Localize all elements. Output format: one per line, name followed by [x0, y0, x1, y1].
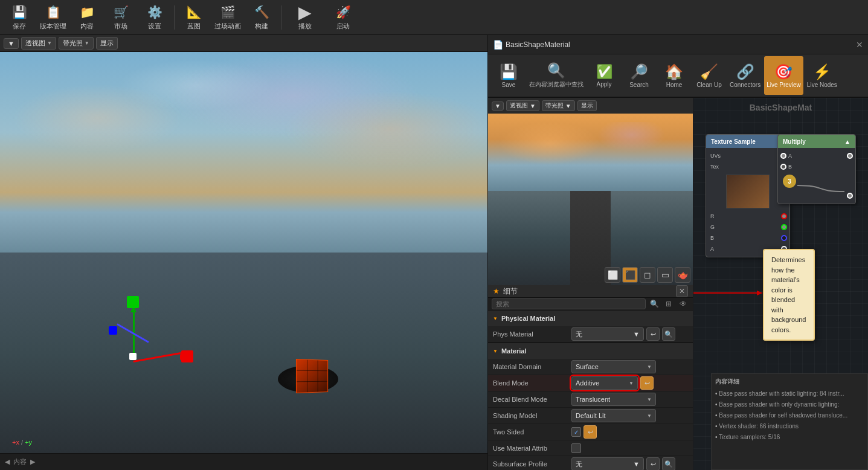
mat-apply-btn[interactable]: ✅ Apply [587, 56, 621, 95]
left-viewport-panel: ▼ 透视图 ▼ 带光照 ▼ 显示 [0, 35, 488, 470]
blend-mode-reset-btn[interactable]: ↩ [640, 376, 654, 390]
toolbar-version-label: 版本管理 [40, 22, 66, 31]
g-out-pin[interactable] [781, 224, 787, 230]
use-material-attrib-label: Use Material Attrib [493, 445, 571, 452]
mat-cleanup-btn[interactable]: 🧹 Clean Up [692, 56, 726, 95]
material-domain-text: Surface [576, 363, 599, 370]
mini-ctrl-2[interactable]: ⬛ [622, 267, 638, 283]
details-eye-icon-btn[interactable]: 👁 [677, 298, 689, 310]
toolbar-build-label: 构建 [255, 22, 268, 31]
details-grid-icon-btn[interactable]: ⊞ [663, 298, 675, 310]
toolbar-cinematic-btn[interactable]: 🎬 过场动画 [211, 2, 245, 33]
material-node-graph[interactable]: BasicShapeMat Texture Sample ▲ UVs [693, 98, 868, 470]
use-material-attrib-checkbox[interactable] [571, 443, 581, 453]
mini-display-btn[interactable]: 显示 [577, 100, 597, 111]
details-search-icon-btn[interactable]: 🔍 [648, 298, 660, 310]
blend-mode-dropdown[interactable]: Additive ▼ [571, 376, 638, 390]
mini-ctrl-1[interactable]: ⬜ [605, 267, 620, 283]
toolbar-save-btn[interactable]: 💾 保存 [2, 2, 36, 33]
mini-ctrl-3[interactable]: ◻ [640, 267, 655, 283]
toolbar-content-btn[interactable]: 📁 内容 [70, 2, 104, 33]
gizmo-handle-green [127, 296, 139, 308]
toolbar-settings-btn[interactable]: ⚙️ 设置 [138, 2, 172, 33]
phys-material-search-btn[interactable]: 🔍 [662, 327, 675, 341]
r-out-pin[interactable] [781, 213, 787, 219]
toolbar-launch-btn[interactable]: 🚀 启动 [326, 2, 360, 33]
main-viewport[interactable]: +x / +y [0, 52, 487, 453]
mini-ctrl-4[interactable]: ▭ [657, 267, 673, 283]
mini-cloud-layer [488, 122, 693, 165]
toolbar-content-label: 内容 [80, 22, 94, 31]
info-item-2: • Base pass shader with only dynamic lig… [715, 399, 864, 410]
multiply-body: A B 3 [778, 148, 855, 204]
subsurface-search-btn[interactable]: 🔍 [662, 457, 675, 470]
mat-save-icon: 💾 [500, 63, 518, 80]
mini-lighting-btn[interactable]: 带光照 ▼ [542, 100, 575, 111]
details-icon: ★ [493, 287, 500, 295]
version-icon: 📋 [43, 4, 63, 21]
material-tab-title: BasicShapeMaterial [506, 40, 570, 49]
info-item-5: • Texture samplers: 5/16 [715, 432, 864, 443]
mat-live-nodes-btn[interactable]: ⚡ Live Nodes [805, 56, 840, 95]
multiply-value-badge[interactable]: 3 [783, 175, 796, 188]
multiply-out-pin[interactable] [847, 193, 853, 199]
material-tab-bar: 📄 BasicShapeMaterial ✕ [488, 35, 868, 54]
bottom-forward-btn[interactable]: ▶ [30, 458, 35, 466]
subsurface-profile-value: 无 ▼ ↩ 🔍 [571, 457, 688, 470]
physical-material-header[interactable]: ▼ Physical Material [488, 311, 693, 326]
mini-ctrl-5[interactable]: 🫖 [675, 267, 690, 283]
toolbar-version-btn[interactable]: 📋 版本管理 [36, 2, 70, 33]
pin-row-r: R [706, 211, 789, 222]
multiply-b-in-pin[interactable] [780, 164, 786, 170]
material-domain-dropdown[interactable]: Surface ▼ [571, 360, 656, 373]
details-close-btn[interactable]: ✕ [676, 285, 688, 297]
mat-search-btn[interactable]: 🔎 Search [622, 56, 656, 95]
multiply-node[interactable]: Multiply ▲ A B [777, 134, 856, 204]
multiply-a-out-pin[interactable] [847, 153, 853, 159]
mini-vp-dropdown[interactable]: ▼ [492, 101, 504, 111]
mini-perspective-btn[interactable]: 透视图 ▼ [506, 100, 539, 111]
two-sided-checkbox[interactable] [571, 427, 581, 437]
mat-live-preview-btn[interactable]: 🎯 Live Preview [764, 56, 803, 95]
launch-icon: 🚀 [333, 4, 353, 21]
mat-apply-label: Apply [596, 81, 611, 88]
subsurface-reset-btn[interactable]: ↩ [646, 457, 660, 470]
mat-connectors-btn[interactable]: 🔗 Connectors [727, 56, 763, 95]
toolbar-save-label: 保存 [13, 22, 26, 31]
bottom-back-btn[interactable]: ◀ [5, 458, 10, 466]
toolbar-market-btn[interactable]: 🛒 市场 [104, 2, 138, 33]
lighting-label: 带光照 [63, 39, 83, 48]
decal-blend-mode-dropdown[interactable]: Translucent ▼ [571, 393, 656, 406]
toolbar-play-btn[interactable]: ▶ 播放 [284, 2, 326, 33]
mini-perspective-chevron: ▼ [530, 103, 536, 109]
toolbar-build-btn[interactable]: 🔨 构建 [245, 2, 278, 33]
perspective-btn[interactable]: 透视图 ▼ [21, 37, 56, 50]
shading-model-text: Default Lit [576, 412, 606, 419]
material-section-header[interactable]: ▼ Material [488, 343, 693, 359]
toolbar-blueprint-label: 蓝图 [187, 22, 201, 31]
display-btn[interactable]: 显示 [96, 37, 118, 50]
mat-home-btn[interactable]: 🏠 Home [657, 56, 691, 95]
multiply-a-in-pin[interactable] [780, 153, 786, 159]
phys-material-reset-btn[interactable]: ↩ [646, 327, 660, 341]
details-search-input[interactable] [492, 298, 646, 309]
shading-model-label: Shading Model [493, 412, 571, 419]
phys-material-dropdown[interactable]: 无 ▼ [571, 327, 644, 341]
mat-browse-btn[interactable]: 🔍 在内容浏览器中查找 [527, 56, 586, 95]
phys-material-arrow: ▼ [633, 330, 640, 338]
mat-save-btn[interactable]: 💾 Save [492, 56, 526, 95]
shading-model-dropdown[interactable]: Default Lit ▼ [571, 409, 656, 422]
material-tab-close[interactable]: ✕ [856, 40, 863, 50]
toolbar-blueprint-btn[interactable]: 📐 蓝图 [177, 2, 211, 33]
lighting-btn[interactable]: 带光照 ▼ [59, 37, 94, 50]
subsurface-profile-dropdown[interactable]: 无 ▼ [571, 457, 644, 470]
mini-viewport[interactable]: ▼ 透视图 ▼ 带光照 ▼ 显示 [488, 98, 693, 285]
multiply-expand[interactable]: ▲ [844, 138, 850, 145]
subsurface-profile-label: Subsurface Profile [493, 460, 571, 468]
two-sided-reset-btn[interactable]: ↩ [583, 425, 597, 439]
viewport-dropdown-btn[interactable]: ▼ [4, 38, 19, 49]
node-graph-background: BasicShapeMat Texture Sample ▲ UVs [693, 98, 868, 470]
b-out-pin[interactable] [781, 235, 787, 241]
multiply-header: Multiply ▲ [778, 135, 855, 148]
bottom-bar: ◀ 内容 ▶ [0, 453, 487, 470]
